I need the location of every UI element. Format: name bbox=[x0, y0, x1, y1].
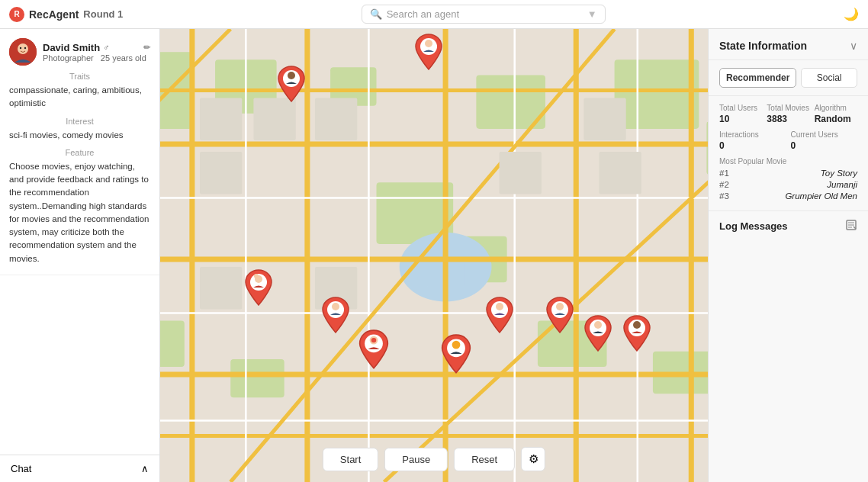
search-container: 🔍 Search an agent ▼ bbox=[132, 5, 834, 24]
map-background bbox=[160, 29, 708, 482]
state-info-chevron-icon[interactable]: ∨ bbox=[850, 40, 857, 52]
map-pin-4[interactable] bbox=[320, 296, 351, 337]
start-button[interactable]: Start bbox=[323, 448, 378, 471]
feature-label: Feature bbox=[9, 148, 150, 157]
log-icon bbox=[845, 219, 857, 233]
chat-bar[interactable]: Chat ∧ bbox=[0, 455, 159, 482]
map-pin-5[interactable] bbox=[357, 329, 391, 373]
svg-point-62 bbox=[371, 338, 376, 342]
stat-total-movies: Total Movies 3883 bbox=[767, 104, 809, 124]
popular-row-1: #1 Toy Story bbox=[719, 169, 857, 178]
map-pin-1[interactable] bbox=[413, 33, 444, 74]
svg-rect-42 bbox=[200, 98, 242, 140]
stats-row: Interactions 0 Current Users 0 bbox=[719, 130, 857, 151]
tab-recommender[interactable]: Recommender bbox=[719, 68, 796, 88]
stat-current-users: Current Users 0 bbox=[791, 130, 858, 151]
avatar bbox=[9, 38, 37, 66]
popular-row-3: #3 Grumpier Old Men bbox=[719, 191, 857, 201]
interest-content: sci-fi movies, comedy movies bbox=[9, 129, 150, 142]
svg-rect-46 bbox=[599, 152, 641, 194]
svg-rect-13 bbox=[160, 321, 185, 367]
app-logo: R RecAgent Round 1 bbox=[9, 7, 123, 22]
map-pin-8[interactable] bbox=[545, 296, 575, 337]
chat-chevron-icon: ∧ bbox=[141, 463, 149, 474]
svg-point-64 bbox=[452, 341, 460, 349]
left-panel: David Smith ♂ ✏ Photographer 25 years ol… bbox=[0, 29, 160, 482]
agent-info: David Smith ♂ ✏ Photographer 25 years ol… bbox=[43, 42, 150, 63]
right-panel: State Information ∨ Recommender Social T… bbox=[708, 29, 868, 482]
log-header: Log Messages bbox=[719, 219, 857, 233]
feature-content: Choose movies, enjoy watching, and provi… bbox=[9, 160, 150, 265]
app-name: RecAgent bbox=[29, 8, 79, 21]
stat-total-users: Total Users 10 bbox=[719, 104, 762, 124]
svg-rect-47 bbox=[583, 98, 625, 140]
log-messages: Log Messages bbox=[709, 211, 868, 482]
topbar: R RecAgent Round 1 🔍 Search an agent ▼ 🌙 bbox=[0, 0, 868, 29]
map-pin-2[interactable] bbox=[276, 65, 307, 106]
settings-button[interactable]: ⚙ bbox=[521, 447, 545, 471]
map-pin-9[interactable] bbox=[583, 314, 613, 355]
svg-point-52 bbox=[425, 40, 432, 47]
svg-rect-44 bbox=[200, 152, 242, 194]
search-box[interactable]: 🔍 Search an agent ▼ bbox=[362, 5, 606, 24]
agent-header: David Smith ♂ ✏ Photographer 25 years ol… bbox=[9, 38, 150, 66]
log-title: Log Messages bbox=[719, 220, 788, 232]
state-tabs: Recommender Social bbox=[709, 60, 868, 96]
stat-algorithm: Algorithm Random bbox=[815, 104, 857, 124]
main-layout: David Smith ♂ ✏ Photographer 25 years ol… bbox=[0, 29, 868, 482]
svg-point-68 bbox=[556, 303, 564, 310]
state-stats: Total Users 10 Total Movies 3883 Algorit… bbox=[709, 96, 868, 211]
search-dropdown-icon: ▼ bbox=[587, 8, 597, 20]
traits-content: compassionate, caring, ambitious, optimi… bbox=[9, 84, 150, 111]
traits-label: Traits bbox=[9, 72, 150, 81]
tab-social[interactable]: Social bbox=[801, 68, 857, 88]
svg-point-54 bbox=[288, 72, 295, 79]
svg-rect-50 bbox=[200, 267, 242, 309]
svg-point-3 bbox=[24, 47, 26, 49]
gender-icon: ♂ bbox=[103, 43, 109, 52]
round-label: Round 1 bbox=[83, 8, 123, 20]
map-pin-3[interactable] bbox=[243, 268, 274, 310]
popular-label: Most Popular Movie bbox=[719, 157, 857, 165]
search-icon: 🔍 bbox=[370, 8, 382, 20]
svg-point-70 bbox=[594, 321, 602, 329]
svg-point-66 bbox=[496, 303, 503, 310]
popular-row-2: #2 Jumanji bbox=[719, 180, 857, 189]
reset-button[interactable]: Reset bbox=[454, 448, 515, 471]
edit-button[interactable]: ✏ bbox=[143, 43, 150, 53]
state-info-header: State Information ∨ bbox=[709, 29, 868, 60]
theme-toggle-button[interactable]: 🌙 bbox=[844, 8, 859, 21]
gear-icon: ⚙ bbox=[529, 452, 538, 466]
svg-rect-11 bbox=[615, 59, 699, 129]
svg-rect-12 bbox=[706, 121, 708, 175]
stat-interactions: Interactions 0 bbox=[719, 130, 786, 151]
pause-button[interactable]: Pause bbox=[384, 448, 448, 471]
svg-rect-14 bbox=[230, 359, 284, 397]
agent-name: David Smith ♂ ✏ bbox=[43, 42, 150, 53]
agent-profile: David Smith ♂ ✏ Photographer 25 years ol… bbox=[0, 29, 159, 275]
state-info-title: State Information bbox=[719, 40, 807, 52]
svg-rect-49 bbox=[500, 152, 542, 194]
map-pin-7[interactable] bbox=[484, 296, 515, 337]
svg-point-57 bbox=[254, 274, 259, 278]
search-placeholder: Search an agent bbox=[387, 8, 459, 20]
svg-point-2 bbox=[20, 47, 21, 49]
map-area: Start Pause Reset ⚙ bbox=[160, 29, 708, 482]
map-pin-10[interactable] bbox=[622, 314, 652, 355]
chat-label: Chat bbox=[11, 463, 31, 474]
svg-rect-45 bbox=[315, 98, 357, 140]
app-icon: R bbox=[9, 7, 24, 22]
svg-point-59 bbox=[332, 303, 339, 310]
map-pin-6[interactable] bbox=[439, 333, 473, 378]
topbar-right: 🌙 bbox=[844, 7, 859, 21]
agent-sub: Photographer 25 years old bbox=[43, 53, 150, 63]
map-controls: Start Pause Reset ⚙ bbox=[323, 447, 545, 471]
interest-label: Interest bbox=[9, 117, 150, 126]
svg-point-72 bbox=[633, 321, 641, 329]
stats-grid: Total Users 10 Total Movies 3883 Algorit… bbox=[719, 104, 857, 124]
